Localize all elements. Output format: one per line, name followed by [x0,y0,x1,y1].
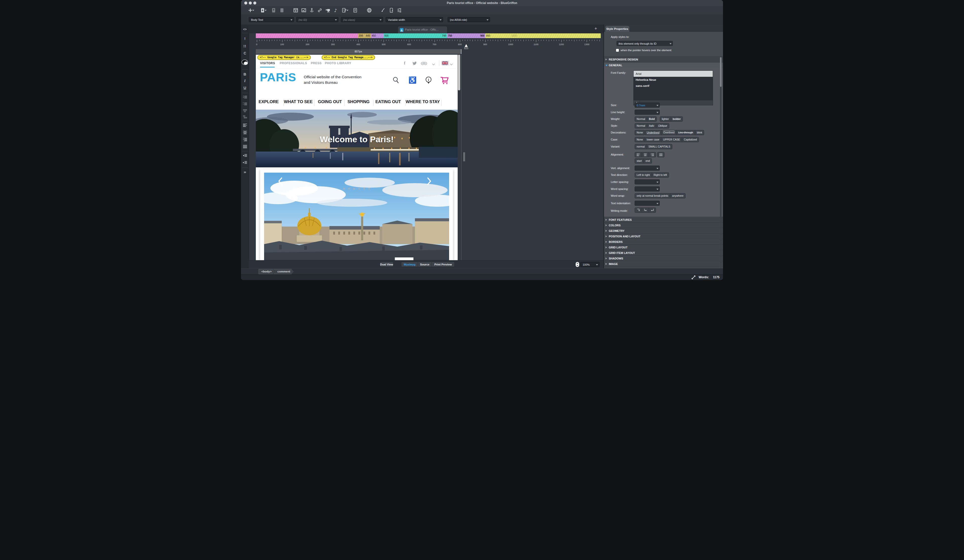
menu-what-to-see[interactable]: WHAT TO SEE [284,99,313,104]
style-normal-button[interactable]: Normal [635,123,647,128]
site-nav-professionals[interactable]: PROFESSIONALS [280,62,307,65]
indent-icon[interactable] [241,154,249,158]
upload-document-icon[interactable] [271,8,276,13]
breakpoint-segment[interactable] [256,33,358,38]
style-italic-button[interactable]: Italic [647,123,656,128]
outdent-icon[interactable] [241,161,249,166]
font-family-listbox[interactable]: Arial Helvetica Neue sans-serif [633,70,713,101]
variant-normal-button[interactable]: normal [635,144,646,149]
class-style-picker-icon[interactable] [241,58,249,67]
writing-mode-vertical-button[interactable] [642,208,649,213]
case-none-button[interactable]: None [635,137,645,142]
bullet-list-icon[interactable] [241,95,249,100]
ltr-button[interactable]: Left to right [635,173,652,177]
section-general[interactable]: GENERAL [604,62,723,68]
insert-image-icon[interactable] [301,8,306,13]
html-comment-pill[interactable]: <!-- End Google Tag Manage...--> [322,55,375,60]
writing-mode-horizontal-button[interactable] [635,208,642,213]
align-center-button[interactable] [642,152,649,157]
menu-going-out[interactable]: GOING OUT [318,99,342,104]
align-center-icon[interactable] [241,131,249,135]
writing-mode-rl-button[interactable] [649,208,656,213]
world-icon[interactable] [367,8,372,13]
splitter-grip[interactable] [463,152,466,161]
paris-logo[interactable]: PARiS [260,70,296,84]
italic-icon[interactable]: I [241,79,249,83]
accessibility-icon[interactable]: ♿ [409,76,417,84]
definition-term-icon[interactable] [241,109,249,114]
zoom-dropdown[interactable]: 100% [580,262,599,267]
breadcrumb-comment[interactable]: comment [273,269,293,274]
insert-comment-icon[interactable] [353,8,358,13]
insert-table-icon[interactable] [293,8,298,13]
wrap-normal-button[interactable]: only at normal break points [635,193,670,198]
dual-view-button[interactable]: Dual View [380,262,393,267]
responsive-breakpoint-ruler[interactable]: 3994494505007497509009001000 [256,33,601,38]
wrap-anywhere-button[interactable]: anywhere [670,193,686,198]
emphasis-icon[interactable]: ! [241,37,249,41]
letter-spacing-dropdown[interactable] [635,179,660,184]
id-dropdown[interactable]: (no ID) [296,17,339,22]
case-capitalized-button[interactable]: Capitalized [682,137,699,142]
facebook-icon[interactable]: f [404,61,405,66]
align-left-icon[interactable] [241,123,249,128]
line-height-dropdown[interactable] [635,110,660,115]
align-justify-button[interactable] [658,152,664,157]
search-icon[interactable] [392,77,399,84]
section-responsive-design[interactable]: RESPONSIVE DESIGN [604,57,723,63]
align-right-icon[interactable] [241,138,249,142]
hover-checkbox[interactable] [616,49,619,52]
cart-icon[interactable] [440,76,449,86]
print-preview-button[interactable]: Print Preview [432,262,454,267]
definition-description-icon[interactable] [241,115,249,120]
blockquote-icon[interactable]: ” [241,170,249,176]
insert-link-icon[interactable] [318,8,322,13]
apply-styles-dropdown[interactable]: this element only through its ID [617,41,673,46]
site-nav-press[interactable]: PRESS [311,62,322,65]
align-left-button[interactable] [635,152,642,157]
breakpoint-segment[interactable] [447,33,485,38]
wysiwyg-view-button[interactable]: Wysiwyg [401,262,418,267]
rtl-button[interactable]: Right to left [652,173,669,177]
word-spacing-dropdown[interactable] [635,187,660,192]
chevron-down-icon[interactable] [450,62,453,67]
font-family-option[interactable]: sans-serif [633,83,713,89]
horizontal-ruler[interactable]: 0100200300400500600700800900100011001200… [256,38,601,49]
numbered-list-icon[interactable] [241,102,249,107]
mobile-preview-icon[interactable] [389,8,394,13]
weight-lighter-button[interactable]: lighter [660,117,671,122]
resize-grip-icon[interactable] [692,276,695,280]
weight-bold-button[interactable]: Bold [647,117,656,122]
style-properties-toggle-icon[interactable] [397,8,402,13]
zoom-stepper[interactable] [576,262,579,267]
site-nav-visitors[interactable]: VISITORS [260,62,275,65]
uk-flag-icon[interactable] [442,61,448,66]
panel-scrollbar-track[interactable] [720,57,721,280]
case-upper-button[interactable]: UPPER CASE [661,137,682,142]
page-scrollbar-thumb[interactable] [458,55,460,90]
new-document-icon[interactable] [248,8,253,13]
site-nav-photo-library[interactable]: PHOTO LIBRARY [325,62,351,65]
insert-form-icon[interactable] [342,8,347,13]
page-width-indicator[interactable]: 807px [256,49,461,54]
insert-anchor-icon[interactable] [309,8,314,13]
decoration-line-through-button[interactable]: Line-through [676,130,695,135]
menu-eating-out[interactable]: EATING OUT [375,99,401,104]
decoration-blink-button[interactable]: blink [695,130,704,135]
underline-icon[interactable]: U [241,86,249,90]
weight-normal-button[interactable]: Normal [635,117,647,122]
decoration-overlined-button[interactable]: Overlined [661,130,676,135]
style-properties-tab[interactable]: Style Properties [605,26,629,32]
carousel-next-icon[interactable] [427,177,431,186]
brush-icon[interactable] [381,8,386,13]
strong-emphasis-icon[interactable]: !! [241,44,249,48]
width-dropdown[interactable]: Variable width [386,17,443,22]
align-justify-icon[interactable] [241,145,249,149]
style-oblique-button[interactable]: Oblique [656,123,669,128]
menu-where-to-stay[interactable]: WHERE TO STAY [405,99,440,104]
breadcrumb-body[interactable]: <body> [259,269,275,274]
vert-alignment-dropdown[interactable] [635,166,660,170]
breakpoint-segment[interactable] [384,33,447,38]
font-family-option[interactable]: Helvetica Neue [633,77,713,83]
inline-code-icon[interactable]: C [241,51,249,55]
